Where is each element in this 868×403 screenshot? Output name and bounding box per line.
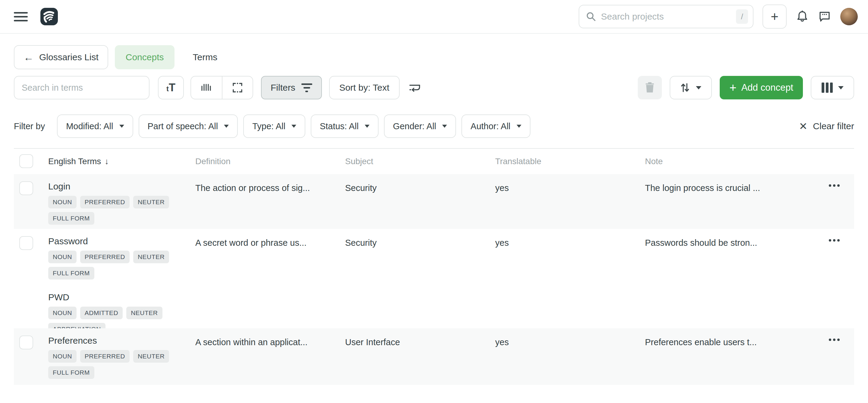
chevron-down-icon	[119, 125, 124, 128]
badge: NEUTER	[133, 196, 169, 208]
logo-swirl-icon	[42, 10, 56, 23]
back-button-label: Glossaries List	[39, 52, 98, 62]
chevron-down-icon	[838, 86, 844, 90]
row-checkbox[interactable]	[19, 181, 33, 195]
notifications-button[interactable]	[796, 10, 809, 23]
filter-part-of-speech-label: Part of speech: All	[148, 122, 218, 131]
hamburger-menu-icon[interactable]	[14, 9, 28, 24]
exact-selection-button[interactable]	[222, 76, 253, 99]
delete-selected-button[interactable]	[638, 76, 662, 99]
tab-concepts-label: Concepts	[126, 52, 164, 62]
project-search[interactable]: /	[579, 5, 753, 28]
filter-type[interactable]: Type: All	[243, 114, 305, 138]
badge: PREFERRED	[80, 250, 130, 263]
columns-icon	[822, 82, 833, 93]
badge: NOUN	[48, 250, 76, 263]
badge: NEUTER	[126, 307, 162, 319]
concepts-table: English Terms ↓ Definition Subject Trans…	[14, 148, 854, 385]
filters-button-label: Filters	[271, 82, 296, 93]
filter-status[interactable]: Status: All	[311, 114, 378, 138]
text-wrap-icon	[409, 82, 421, 93]
filter-author[interactable]: Author: All	[461, 114, 530, 138]
column-header-note: Note	[645, 157, 814, 166]
tab-terms-label: Terms	[193, 52, 217, 62]
user-avatar[interactable]	[840, 8, 858, 25]
chevron-down-icon	[517, 125, 521, 128]
row-checkbox[interactable]	[19, 236, 33, 250]
feedback-button[interactable]	[818, 10, 831, 23]
table-row[interactable]: Password NOUN PREFERRED NEUTER FULL FORM…	[14, 229, 854, 328]
clear-filter-button[interactable]: ✕ Clear filter	[799, 121, 854, 131]
select-all-checkbox[interactable]	[19, 154, 33, 168]
translatable-cell: yes	[495, 337, 610, 347]
back-to-glossaries-button[interactable]: ← Glossaries List	[14, 45, 108, 69]
note-cell: The login process is crucial ...	[645, 183, 814, 193]
chevron-down-icon	[224, 125, 229, 128]
filter-part-of-speech[interactable]: Part of speech: All	[138, 114, 238, 138]
slash-shortcut-badge: /	[736, 9, 748, 24]
columns-dropdown[interactable]	[811, 76, 854, 99]
whole-word-icon	[201, 82, 212, 93]
filter-author-label: Author: All	[470, 122, 510, 131]
glossary-nav: ← Glossaries List Concepts Terms	[14, 45, 854, 69]
terms-search[interactable]	[14, 76, 150, 99]
row-actions-button[interactable]	[828, 336, 841, 343]
row-actions-button[interactable]	[828, 237, 841, 244]
add-concept-button[interactable]: + Add concept	[720, 76, 803, 99]
clear-filter-label: Clear filter	[813, 121, 854, 131]
sort-by-button[interactable]: Sort by: Text	[329, 76, 400, 99]
term-badges: NOUN PREFERRED NEUTER FULL FORM	[48, 196, 190, 225]
filter-status-label: Status: All	[320, 122, 359, 131]
top-bar: / +	[0, 0, 868, 34]
tab-terms[interactable]: Terms	[182, 45, 228, 69]
badge: FULL FORM	[48, 212, 94, 225]
close-icon: ✕	[799, 121, 808, 131]
row-checkbox[interactable]	[19, 336, 33, 349]
text-wrap-toggle[interactable]	[409, 82, 421, 93]
subject-cell: User Interface	[345, 337, 472, 347]
table-header: English Terms ↓ Definition Subject Trans…	[14, 149, 854, 174]
match-case-button[interactable]: tT	[158, 76, 184, 99]
chevron-down-icon	[696, 86, 701, 90]
chevron-down-icon	[291, 125, 296, 128]
term-text: Preferences	[48, 336, 193, 346]
row-actions-button[interactable]	[828, 182, 841, 189]
chat-bubble-icon	[818, 10, 831, 23]
topbar-actions: / +	[579, 4, 858, 29]
term-cell: Password NOUN PREFERRED NEUTER FULL FORM…	[48, 236, 193, 336]
definition-cell: The action or process of sig...	[195, 183, 337, 193]
create-new-button[interactable]: +	[763, 4, 786, 29]
translatable-cell: yes	[495, 238, 610, 248]
term-badges: NOUN PREFERRED NEUTER FULL FORM	[48, 350, 190, 379]
term-cell: Login NOUN PREFERRED NEUTER FULL FORM	[48, 181, 193, 225]
column-header-english-terms[interactable]: English Terms ↓	[48, 157, 193, 166]
term-text: Password	[48, 236, 193, 246]
term-text: Login	[48, 181, 193, 192]
sort-by-label: Sort by: Text	[339, 82, 390, 93]
note-cell: Passwords should be stron...	[645, 238, 814, 248]
filter-modified[interactable]: Modified: All	[57, 114, 133, 138]
sort-direction-dropdown[interactable]	[670, 76, 712, 99]
add-concept-label: Add concept	[741, 82, 793, 93]
tab-concepts[interactable]: Concepts	[115, 45, 175, 69]
search-projects-input[interactable]	[601, 11, 736, 22]
badge: PREFERRED	[80, 350, 130, 363]
chevron-down-icon	[442, 125, 447, 128]
filter-gender[interactable]: Gender: All	[384, 114, 456, 138]
badge: NOUN	[48, 307, 76, 319]
whole-word-button[interactable]	[191, 76, 222, 99]
search-in-terms-input[interactable]	[22, 83, 142, 93]
plus-icon: +	[730, 81, 736, 94]
plus-icon: +	[771, 10, 778, 23]
badge: ADMITTED	[80, 307, 123, 319]
filters-button[interactable]: Filters	[261, 76, 322, 99]
sort-desc-icon: ↓	[104, 157, 109, 166]
badge: NOUN	[48, 196, 76, 208]
toolbar-right-actions: + Add concept	[638, 76, 854, 99]
table-row[interactable]: Preferences NOUN PREFERRED NEUTER FULL F…	[14, 328, 854, 385]
definition-cell: A secret word or phrase us...	[195, 238, 337, 248]
column-header-subject: Subject	[345, 157, 472, 166]
table-row[interactable]: Login NOUN PREFERRED NEUTER FULL FORM Th…	[14, 174, 854, 229]
app-logo[interactable]	[40, 8, 58, 25]
badge: FULL FORM	[48, 366, 94, 379]
